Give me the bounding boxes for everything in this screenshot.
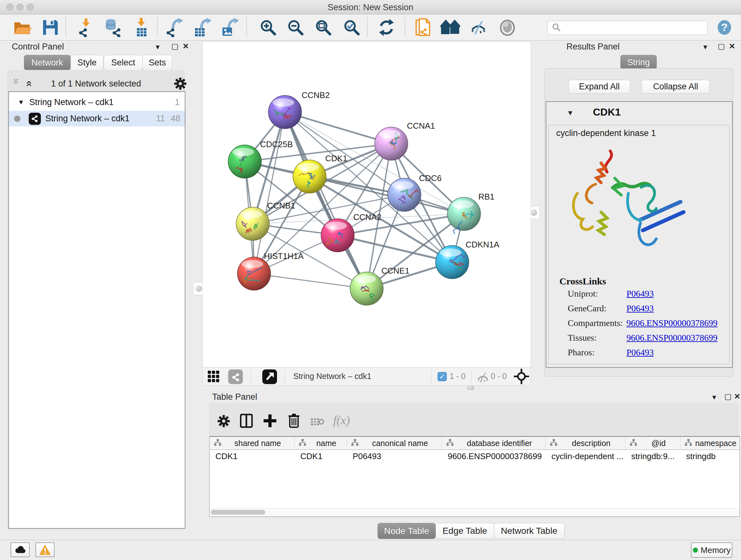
import-table-icon[interactable] (132, 17, 151, 37)
crosslink-label: Compartments: (568, 318, 623, 328)
crosslink-value-link[interactable]: 9606.ENSP00000378699 (626, 333, 718, 343)
control-panel-float-icon[interactable]: ▢ (172, 42, 179, 51)
network-edge[interactable] (254, 273, 367, 289)
results-panel-menu-icon[interactable]: ▾ (703, 43, 707, 51)
table-cell[interactable]: cyclin-dependent ... (546, 450, 625, 462)
warnings-button[interactable] (36, 543, 55, 557)
tab-edge-table[interactable]: Edge Table (435, 523, 494, 539)
column-header--id[interactable]: @id (625, 437, 680, 449)
tab-select[interactable]: Select (104, 55, 143, 70)
tab-network-table[interactable]: Network Table (494, 523, 564, 539)
delete-table-icon (311, 417, 325, 428)
crosslink-value-link[interactable]: P06493 (626, 348, 654, 358)
network-node-cdc6[interactable]: CDC6 (388, 173, 442, 211)
network-view-canvas[interactable]: CCNB2CCNA1CDC25BCDK1CDC6RB1CCNB1CCNA2CDK… (202, 42, 531, 368)
open-in-window-icon[interactable] (262, 369, 277, 385)
expand-all-button[interactable]: Expand All (568, 80, 630, 94)
refresh-icon[interactable] (377, 17, 396, 37)
open-session-icon[interactable] (12, 17, 32, 37)
tab-string[interactable]: String (620, 55, 657, 70)
crosslink-label: Pharos: (568, 348, 595, 358)
fit-content-crosshair-icon[interactable] (514, 369, 529, 385)
table-cell[interactable]: stringdb (680, 450, 740, 462)
control-panel-close-icon[interactable]: ✕ (183, 42, 189, 51)
gene-collapse-icon[interactable]: ▼ (567, 109, 574, 117)
selected-checkbox[interactable]: ✓ (437, 372, 447, 381)
table-cell[interactable]: P06493 (347, 450, 442, 462)
table-cell[interactable]: CDK1 (210, 450, 294, 462)
network-node-ccnb1[interactable]: CCNB1 (236, 201, 295, 240)
scrollbar-thumb[interactable] (211, 510, 265, 515)
network-share-icon[interactable] (228, 369, 243, 385)
network-node-ccna1[interactable]: CCNA1 (375, 121, 435, 160)
results-panel-close-icon[interactable]: ✕ (729, 42, 735, 51)
export-image-icon[interactable] (221, 17, 241, 37)
function-builder-icon: f(x) (333, 413, 350, 427)
tab-network[interactable]: Network (24, 55, 71, 70)
crosslink-row: GeneCard:P06493 (549, 303, 729, 318)
network-tree-child-row[interactable]: String Network – cdk1 11 48 (9, 111, 185, 126)
network-tree-root-row[interactable]: ▼ String Network – cdk1 1 (9, 95, 185, 110)
column-header-shared-name[interactable]: shared name (210, 437, 294, 449)
crosslink-value-link[interactable]: P06493 (626, 289, 654, 299)
search-text-field[interactable] (561, 23, 707, 33)
tab-node-table[interactable]: Node Table (378, 523, 435, 539)
tab-style[interactable]: Style (71, 55, 104, 70)
cloud-status-button[interactable] (10, 543, 30, 557)
zoom-selected-icon[interactable] (342, 17, 361, 37)
add-column-icon[interactable] (264, 414, 276, 429)
table-horizontal-scrollbar[interactable] (209, 508, 740, 516)
crosslink-value-link[interactable]: 9606.ENSP00000378699 (626, 318, 718, 328)
network-node-rb1[interactable]: RB1 (448, 192, 495, 234)
crosslink-value-link[interactable]: P06493 (626, 303, 654, 314)
network-edge[interactable] (254, 112, 285, 273)
delete-column-icon[interactable] (288, 413, 300, 429)
zoom-out-icon[interactable] (286, 17, 306, 37)
column-header-database-identifier[interactable]: database identifier (442, 437, 546, 449)
table-cell[interactable]: CDK1 (294, 450, 347, 462)
table-panel-close-icon[interactable]: ✕ (734, 392, 740, 401)
export-network-icon[interactable] (165, 17, 185, 37)
network-node-cdkn1a[interactable]: CDKN1A (435, 240, 499, 279)
string-protein-query-icon[interactable] (413, 17, 433, 37)
network-panel-options-gear-icon[interactable] (174, 77, 187, 91)
table-panel-float-icon[interactable]: ▢ (724, 392, 732, 401)
horizontal-splitter-handle[interactable] (467, 386, 474, 390)
table-cell[interactable]: 9606.ENSP00000378699 (442, 450, 546, 462)
import-network-icon[interactable] (77, 17, 96, 37)
column-header-namespace[interactable]: namespace (680, 437, 740, 449)
crosslink-row: Compartments:9606.ENSP00000378699 (549, 318, 729, 333)
save-session-icon[interactable] (41, 17, 60, 37)
tree-collapse-icon[interactable]: ▼ (18, 99, 24, 106)
table-row[interactable]: CDK1CDK1P064939606.ENSP00000378699cyclin… (210, 450, 739, 462)
table-panel-menu-icon[interactable]: ▾ (712, 393, 716, 401)
zoom-fit-icon[interactable] (313, 17, 333, 37)
export-table-icon[interactable] (193, 17, 213, 37)
hide-selected-icon[interactable] (468, 17, 488, 37)
memory-button[interactable]: Memory (691, 543, 732, 558)
import-network-database-icon[interactable] (104, 17, 123, 37)
column-header-canonical-name[interactable]: canonical name (347, 437, 442, 449)
tab-sets[interactable]: Sets (142, 55, 172, 70)
search-input[interactable] (547, 21, 708, 35)
results-panel-float-icon[interactable]: ▢ (718, 42, 725, 51)
table-options-gear-icon[interactable] (217, 415, 230, 429)
birdseye-grid-icon[interactable] (208, 371, 224, 383)
network-edge-count: 48 (171, 114, 180, 124)
collapse-all-button[interactable]: Collapse All (642, 80, 710, 94)
control-panel-menu-icon[interactable]: ▾ (156, 43, 159, 51)
network-edge[interactable] (338, 235, 452, 262)
hidden-eye-icon[interactable] (476, 372, 490, 384)
zoom-in-icon[interactable] (258, 17, 278, 37)
table-cell[interactable]: stringdb:9... (625, 450, 680, 462)
show-columns-icon[interactable] (240, 414, 253, 429)
help-icon[interactable]: ? (715, 17, 734, 37)
column-header-description[interactable]: description (546, 437, 625, 449)
home-networks-icon[interactable] (441, 17, 460, 37)
column-header-name[interactable]: name (294, 437, 347, 449)
network-node-cdc25b[interactable]: CDC25B (228, 139, 293, 178)
network-node-count: 11 (156, 114, 165, 124)
string-network-graph[interactable]: CCNB2CCNA1CDC25BCDK1CDC6RB1CCNB1CCNA2CDK… (203, 42, 531, 368)
node-label-cdkn1a: CDKN1A (466, 240, 499, 249)
network-node-hist1h1a[interactable]: HIST1H1A (238, 251, 304, 290)
